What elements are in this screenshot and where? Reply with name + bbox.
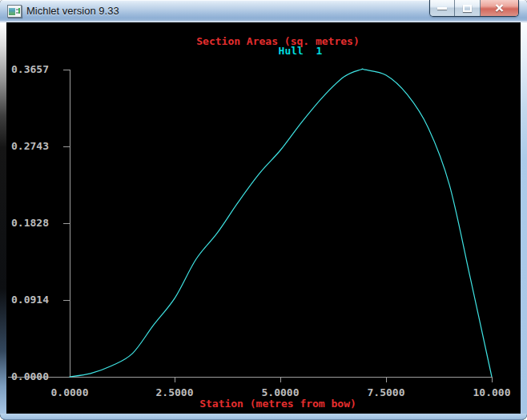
x-tick-label-7.5000: 7.5000 (360, 387, 412, 398)
close-icon (494, 3, 505, 13)
x-axis-title: Station (metres from bow) (199, 398, 356, 410)
minimize-button[interactable] (430, 0, 455, 16)
y-tick-label-0.2743: 0.2743 (10, 141, 49, 152)
y-tick-label-0.0000: 0.0000 (10, 371, 49, 382)
section-area-curve (70, 69, 493, 377)
close-button[interactable] (481, 0, 518, 16)
michlet-window: Michlet version 9.33 Section Areas (sq. … (0, 0, 527, 420)
x-tick-label-10.000: 10.000 (466, 387, 517, 398)
plot-area: Section Areas (sq. metres) Hull 1 Statio… (6, 22, 521, 414)
app-icon-green-bar (18, 8, 20, 14)
x-tick-label-2.5000: 2.5000 (149, 387, 200, 398)
window-border-right (521, 22, 527, 414)
x-tick-label-0.0000: 0.0000 (44, 387, 95, 398)
app-icon-thumbnail (9, 8, 15, 15)
app-icon (7, 5, 22, 18)
maximize-icon (463, 5, 472, 12)
window-controls (429, 0, 519, 17)
window-border-left (0, 22, 6, 414)
maximize-button[interactable] (455, 0, 481, 16)
chart-subtitle: Hull 1 (279, 45, 323, 57)
minimize-icon (437, 7, 447, 10)
window-title: Michlet version 9.33 (26, 0, 119, 21)
y-tick-label-0.3657: 0.3657 (10, 64, 49, 75)
x-tick-label-5.0000: 5.0000 (255, 387, 306, 398)
window-border-bottom (0, 414, 527, 420)
titlebar[interactable]: Michlet version 9.33 (0, 0, 527, 22)
section-area-plot (6, 22, 521, 414)
y-tick-label-0.0914: 0.0914 (10, 294, 49, 306)
y-tick-label-0.1828: 0.1828 (10, 218, 49, 229)
